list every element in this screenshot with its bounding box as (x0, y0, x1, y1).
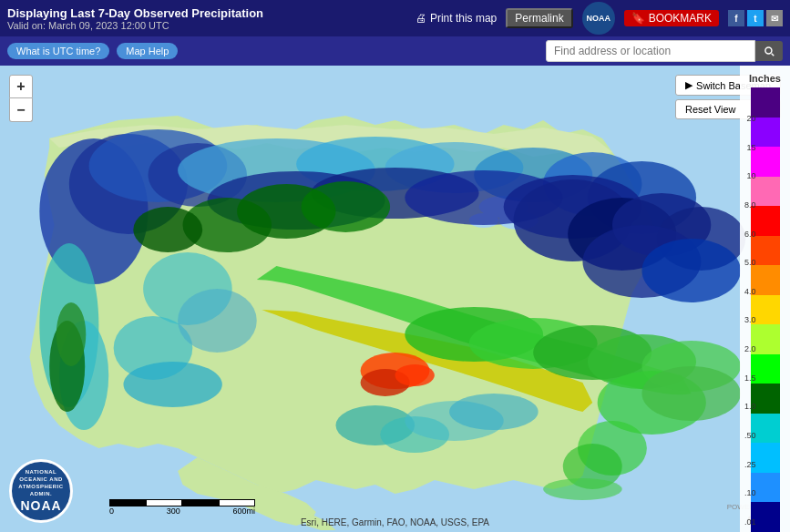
legend-labels: 2015108.06.05.04.03.02.01.51.0.50.25.10.… (744, 115, 756, 527)
layers-icon: ▶ (685, 79, 693, 91)
legend-label-9: 1.5 (744, 374, 756, 383)
scale-ruler (109, 499, 255, 506)
legend-color-0 (751, 87, 780, 118)
bookmark-icon: 🔖 (631, 12, 645, 25)
svg-point-48 (449, 394, 539, 430)
legend-label-13: .10 (744, 489, 756, 497)
email-icon[interactable]: ✉ (766, 10, 783, 26)
legend-label-11: .50 (744, 432, 756, 440)
legend-label-3: 8.0 (744, 201, 756, 210)
legend-label-4: 6.0 (744, 230, 756, 239)
scale-label-300: 300 (167, 506, 180, 516)
bookmark-button[interactable]: 🔖 BOOKMARK (624, 10, 719, 26)
svg-point-25 (133, 207, 202, 252)
zoom-out-button[interactable]: − (9, 98, 33, 122)
legend-label-5: 5.0 (744, 259, 756, 267)
map-help-button[interactable]: Map Help (117, 43, 178, 59)
search-button[interactable] (755, 41, 783, 61)
zoom-controls: + − (9, 75, 33, 122)
scale-bar: 0 300 600mi (109, 499, 255, 516)
svg-point-44 (543, 478, 622, 500)
svg-point-31 (641, 239, 740, 302)
legend-title: Inches (749, 73, 781, 84)
svg-point-34 (395, 364, 435, 386)
noaa-text: NOAA (20, 498, 61, 513)
scale-segment-1 (109, 499, 146, 506)
legend-label-14: .01 (744, 518, 756, 527)
map-container[interactable]: + − ▶ Switch Basemap Reset View NATIONAL… (0, 66, 790, 532)
svg-point-50 (56, 302, 87, 366)
toolbar: What is UTC time? Map Help (0, 36, 790, 66)
scale-label-0: 0 (109, 506, 114, 516)
search-container (546, 40, 783, 62)
page-title: Displaying Last 7-Day Observed Precipita… (7, 6, 263, 20)
legend: Inches 2015108.06.05.04.03.02.01.51.0.50… (740, 66, 790, 532)
attribution-text: Esri, HERE, Garmin, FAO, NOAA, USGS, EPA (301, 517, 489, 527)
utc-time-button[interactable]: What is UTC time? (7, 43, 109, 59)
facebook-icon[interactable]: f (728, 10, 744, 26)
header-bar: Displaying Last 7-Day Observed Precipita… (0, 0, 790, 36)
svg-point-23 (302, 181, 391, 232)
social-links: f t ✉ (728, 10, 783, 26)
noaa-logo-arc-text: NATIONAL OCEANIC ANDATMOSPHERIC ADMIN. (12, 469, 70, 497)
legend-label-7: 3.0 (744, 316, 756, 324)
print-button[interactable]: 🖨 Print this map (416, 12, 497, 25)
map-svg (0, 66, 790, 532)
twitter-icon[interactable]: t (747, 10, 764, 26)
scale-labels: 0 300 600mi (109, 506, 255, 516)
scale-label-600: 600mi (232, 506, 255, 516)
zoom-in-button[interactable]: + (9, 75, 33, 98)
legend-label-2: 10 (746, 172, 755, 180)
legend-label-12: .25 (744, 461, 756, 469)
legend-label-10: 1.0 (744, 403, 756, 411)
print-icon: 🖨 (416, 12, 426, 25)
svg-point-52 (178, 289, 257, 353)
valid-date: Valid on: March 09, 2023 12:00 UTC (7, 20, 263, 31)
header-info: Displaying Last 7-Day Observed Precipita… (7, 6, 263, 31)
scale-segment-4 (219, 499, 255, 506)
header-actions: 🖨 Print this map Permalink NOAA 🔖 BOOKMA… (416, 2, 783, 35)
noaa-logo: NATIONAL OCEANIC ANDATMOSPHERIC ADMIN. N… (9, 459, 73, 523)
svg-point-41 (641, 366, 740, 421)
search-icon (763, 45, 775, 57)
permalink-button[interactable]: Permalink (506, 8, 572, 28)
scale-segment-3 (182, 499, 219, 506)
noaa-logo-small: NOAA (582, 2, 615, 35)
svg-point-21 (123, 362, 221, 407)
scale-segment-2 (146, 499, 182, 506)
legend-label-1: 15 (746, 144, 755, 152)
legend-label-8: 2.0 (744, 345, 756, 353)
search-input[interactable] (546, 40, 755, 62)
legend-label-0: 20 (746, 115, 755, 123)
legend-label-6: 4.0 (744, 288, 756, 296)
